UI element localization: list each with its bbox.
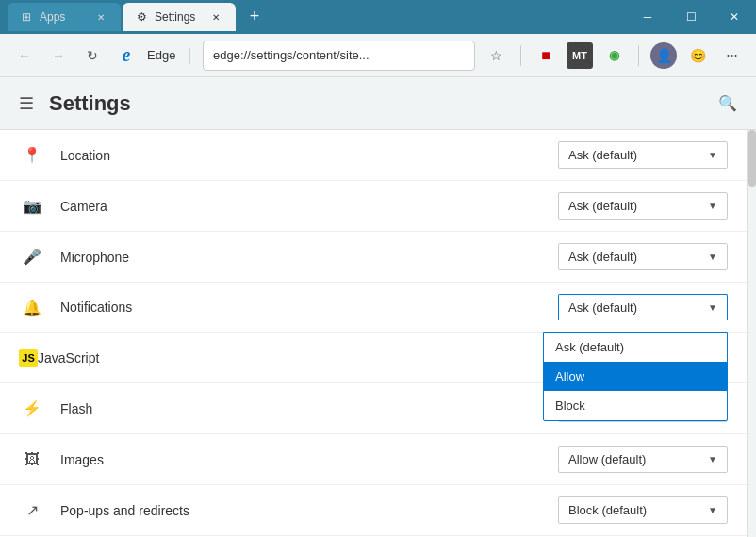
tab-settings-close[interactable]: ✕ [207, 8, 224, 25]
popups-label: Pop-ups and redirects [60, 503, 558, 518]
extension-green[interactable]: ◉ [600, 42, 627, 69]
emoji-button[interactable]: 😊 [684, 42, 711, 69]
address-separator: | [187, 45, 191, 65]
settings-favicon: ⚙ [134, 9, 149, 24]
favorites-icon[interactable]: ☆ [483, 42, 509, 69]
title-bar: ⊞ Apps ✕ ⚙ Settings ✕ + ─ ☐ ✕ [0, 0, 756, 34]
camera-icon: 📷 [19, 197, 45, 215]
settings-list: 📍 Location Ask (default) ▼ 📷 Camera Ask … [0, 130, 747, 537]
settings-row-location: 📍 Location Ask (default) ▼ [0, 130, 747, 181]
tab-apps[interactable]: ⊞ Apps ✕ [8, 3, 121, 31]
location-chevron: ▼ [708, 150, 717, 160]
edge-label: Edge [147, 48, 175, 62]
tab-settings[interactable]: ⚙ Settings ✕ [123, 3, 236, 31]
flash-label: Flash [60, 401, 558, 416]
microphone-value: Ask (default) [568, 250, 637, 264]
toolbar-separator-1 [520, 45, 521, 66]
notifications-icon: 🔔 [19, 299, 45, 317]
dropdown-option-allow[interactable]: Allow [544, 362, 727, 391]
camera-value: Ask (default) [568, 199, 637, 213]
window-controls: ─ ☐ ✕ [626, 0, 756, 34]
settings-row-camera: 📷 Camera Ask (default) ▼ [0, 181, 747, 232]
notifications-label: Notifications [60, 300, 558, 315]
images-dropdown[interactable]: Allow (default) ▼ [558, 446, 728, 473]
edge-logo: e [113, 42, 140, 69]
tab-apps-close[interactable]: ✕ [92, 8, 109, 25]
images-chevron: ▼ [708, 454, 717, 464]
location-dropdown[interactable]: Ask (default) ▼ [558, 141, 728, 169]
search-icon[interactable]: 🔍 [718, 94, 737, 112]
popups-value: Block (default) [568, 503, 647, 517]
close-button[interactable]: ✕ [713, 0, 756, 34]
images-icon: 🖼 [19, 451, 45, 468]
camera-dropdown[interactable]: Ask (default) ▼ [558, 192, 728, 220]
settings-content: 📍 Location Ask (default) ▼ 📷 Camera Ask … [0, 130, 756, 537]
settings-row-popups: ↗ Pop-ups and redirects Block (default) … [0, 485, 747, 536]
address-bar: ← → ↻ e Edge | ☆ ■ MT ◉ 👤 😊 ··· [0, 34, 756, 77]
settings-title: Settings [49, 91, 131, 116]
new-tab-button[interactable]: + [241, 3, 268, 29]
settings-row-images: 🖼 Images Allow (default) ▼ [0, 434, 747, 485]
popups-icon: ↗ [19, 501, 45, 519]
notifications-dropdown-menu: Ask (default) Allow Block [543, 332, 728, 421]
images-value: Allow (default) [568, 452, 646, 466]
microphone-chevron: ▼ [708, 252, 717, 262]
apps-favicon: ⊞ [19, 9, 34, 24]
dropdown-option-block[interactable]: Block [544, 391, 727, 420]
microphone-label: Microphone [60, 250, 558, 265]
microphone-dropdown[interactable]: Ask (default) ▼ [558, 243, 728, 270]
restore-button[interactable]: ☐ [669, 0, 713, 34]
settings-row-microphone: 🎤 Microphone Ask (default) ▼ [0, 232, 747, 283]
notifications-chevron: ▼ [708, 302, 717, 313]
location-value: Ask (default) [568, 148, 637, 162]
location-label: Location [60, 148, 558, 163]
tab-apps-label: Apps [40, 10, 65, 24]
camera-label: Camera [60, 199, 558, 214]
images-label: Images [60, 452, 558, 467]
hamburger-icon[interactable]: ☰ [19, 93, 34, 114]
settings-row-notifications: 🔔 Notifications Ask (default) ▼ Ask (def… [0, 283, 747, 333]
extension-red[interactable]: ■ [533, 42, 559, 69]
popups-chevron: ▼ [708, 505, 717, 515]
scrollbar-track[interactable] [747, 130, 756, 537]
javascript-label: JavaScript [38, 350, 558, 366]
avatar[interactable]: 👤 [650, 42, 677, 69]
location-icon: 📍 [19, 146, 45, 164]
scrollbar-thumb[interactable] [748, 130, 756, 187]
minimize-button[interactable]: ─ [626, 0, 669, 34]
tab-settings-label: Settings [155, 10, 195, 24]
avatar-initial: 👤 [656, 48, 672, 63]
back-button[interactable]: ← [11, 42, 38, 69]
camera-chevron: ▼ [708, 201, 717, 211]
flash-icon: ⚡ [19, 399, 45, 417]
extension-mt[interactable]: MT [567, 42, 593, 69]
address-input[interactable] [203, 41, 475, 71]
popups-dropdown[interactable]: Block (default) ▼ [558, 496, 728, 524]
more-button[interactable]: ··· [718, 42, 745, 69]
notifications-value: Ask (default) [568, 301, 637, 315]
settings-header: ☰ Settings 🔍 [0, 77, 756, 130]
microphone-icon: 🎤 [19, 248, 45, 266]
notifications-dropdown[interactable]: Ask (default) ▼ [558, 294, 728, 320]
dropdown-option-ask[interactable]: Ask (default) [544, 333, 727, 362]
toolbar-separator-2 [638, 45, 639, 66]
forward-button[interactable]: → [45, 42, 72, 69]
javascript-icon: JS [19, 349, 38, 367]
refresh-button[interactable]: ↻ [79, 42, 106, 69]
